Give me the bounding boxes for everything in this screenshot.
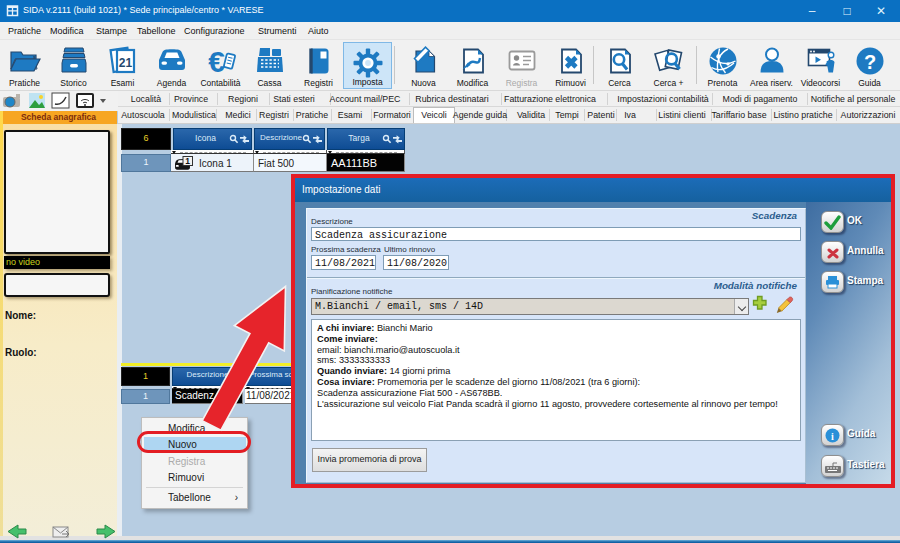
svg-text:€: € — [208, 45, 225, 78]
svg-text:?: ? — [863, 51, 875, 73]
svg-text:i: i — [831, 431, 834, 442]
svg-text:21: 21 — [118, 56, 132, 70]
svg-text:1: 1 — [185, 156, 190, 166]
